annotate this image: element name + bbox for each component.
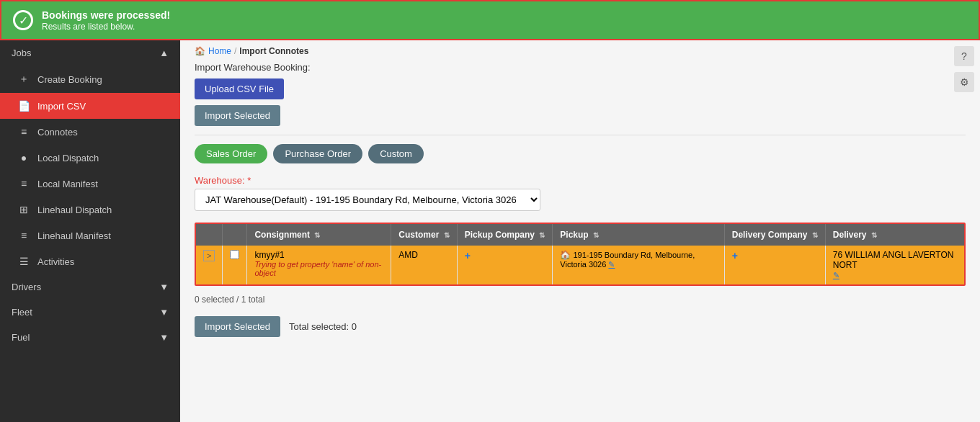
warehouse-row: Warehouse: * JAT Warehouse(Default) - 19… xyxy=(195,175,966,211)
banner-subtitle: Results are listed below. xyxy=(42,22,135,32)
local-dispatch-label: Local Dispatch xyxy=(37,153,99,163)
connotes-label: Connotes xyxy=(37,127,78,138)
col-checkbox xyxy=(223,224,247,246)
settings-button[interactable]: ⚙ xyxy=(954,72,974,92)
cell-pickup: 🏠 191-195 Boundary Rd, Melbourne, Victor… xyxy=(553,246,724,284)
sidebar-item-local-dispatch[interactable]: ● Local Dispatch xyxy=(0,145,180,171)
cell-delivery-company[interactable]: + xyxy=(724,246,825,284)
fuel-label: Fuel xyxy=(12,332,30,343)
help-button[interactable]: ? xyxy=(954,46,974,66)
delivery-company-add-icon[interactable]: + xyxy=(732,250,738,261)
sidebar-item-linehaul-manifest[interactable]: ≡ Linehaul Manifest xyxy=(0,223,180,248)
pickup-home-icon: 🏠 xyxy=(560,250,571,260)
sort-customer-icon: ⇅ xyxy=(444,231,450,239)
cell-delivery: 76 WILLIAM ANGL LAVERTON NORT ✎ xyxy=(825,246,964,284)
breadcrumb-home[interactable]: Home xyxy=(208,46,231,56)
import-csv-label: Import CSV xyxy=(37,101,86,112)
col-expand xyxy=(196,224,223,246)
list-icon: ≡ xyxy=(17,126,30,138)
bookings-table: Consignment ⇅ Customer ⇅ Pickup Company … xyxy=(196,224,964,284)
sidebar-item-local-manifest[interactable]: ≡ Local Manifest xyxy=(0,171,180,197)
breadcrumb: 🏠 Home / Import Connotes xyxy=(180,40,980,62)
sidebar-fleet-header[interactable]: Fleet ▼ xyxy=(0,300,180,325)
import-selected-bottom-button[interactable]: Import Selected xyxy=(195,316,280,337)
total-selected-label: Total selected: 0 xyxy=(289,321,357,332)
chevron-up-icon: ▲ xyxy=(159,48,169,58)
filter-tab-purchase-order[interactable]: Purchase Order xyxy=(273,144,362,163)
sort-pickup-icon: ⇅ xyxy=(593,231,599,239)
file-icon: 📄 xyxy=(17,100,30,112)
col-consignment[interactable]: Consignment ⇅ xyxy=(247,224,391,246)
dispatch-icon: ● xyxy=(17,152,30,163)
chevron-down-icon: ▼ xyxy=(159,282,169,292)
col-delivery[interactable]: Delivery ⇅ xyxy=(825,224,964,246)
fleet-label: Fleet xyxy=(12,307,32,318)
linehaul-manifest-label: Linehaul Manifest xyxy=(37,230,111,241)
warehouse-select[interactable]: JAT Warehouse(Default) - 191-195 Boundar… xyxy=(195,189,540,211)
local-manifest-label: Local Manifest xyxy=(37,179,98,189)
sidebar: Jobs ▲ ＋ Create Booking 📄 Import CSV ≡ C… xyxy=(0,40,180,422)
sidebar-fuel-header[interactable]: Fuel ▼ xyxy=(0,325,180,350)
pickup-edit-icon[interactable]: ✎ xyxy=(608,260,615,269)
filter-tabs: Sales Order Purchase Order Custom xyxy=(195,144,966,163)
required-asterisk: * xyxy=(247,175,251,186)
sort-pickup-company-icon: ⇅ xyxy=(539,231,545,239)
upload-csv-button[interactable]: Upload CSV File xyxy=(195,78,284,99)
sort-delivery-icon: ⇅ xyxy=(871,231,877,239)
bookings-table-wrapper: Consignment ⇅ Customer ⇅ Pickup Company … xyxy=(195,223,966,286)
success-banner: ✓ Bookings were processed! Results are l… xyxy=(0,0,980,40)
row-checkbox[interactable] xyxy=(230,250,239,259)
drivers-label: Drivers xyxy=(12,282,41,292)
banner-text: Bookings were processed! Results are lis… xyxy=(42,9,170,32)
filter-tab-sales-order[interactable]: Sales Order xyxy=(195,144,267,163)
sort-delivery-company-icon: ⇅ xyxy=(812,231,818,239)
col-delivery-company[interactable]: Delivery Company ⇅ xyxy=(724,224,825,246)
sort-consignment-icon: ⇅ xyxy=(314,231,320,239)
sidebar-item-activities[interactable]: ☰ Activities xyxy=(0,248,180,274)
right-icons: ? ⚙ xyxy=(948,40,980,98)
home-icon: 🏠 xyxy=(195,46,205,56)
banner-title: Bookings were processed! xyxy=(42,9,170,21)
activities-label: Activities xyxy=(37,256,74,267)
cell-expand[interactable]: > xyxy=(196,246,223,284)
col-pickup[interactable]: Pickup ⇅ xyxy=(553,224,724,246)
cell-checkbox[interactable] xyxy=(223,246,247,284)
pickup-company-add-icon[interactable]: + xyxy=(465,250,471,261)
delivery-address: 76 WILLIAM ANGL LAVERTON NORT xyxy=(833,250,957,270)
import-selected-top-button[interactable]: Import Selected xyxy=(195,105,280,126)
sidebar-item-create-booking[interactable]: ＋ Create Booking xyxy=(0,66,180,93)
cell-pickup-company[interactable]: + xyxy=(457,246,553,284)
sidebar-item-connotes[interactable]: ≡ Connotes xyxy=(0,119,180,145)
filter-tab-custom[interactable]: Custom xyxy=(368,144,424,163)
table-row: > kmyy#1 Trying to get property 'name' o… xyxy=(196,246,964,284)
cell-consignment: kmyy#1 Trying to get property 'name' of … xyxy=(247,246,391,284)
pickup-address: 191-195 Boundary Rd, Melbourne, Victoria… xyxy=(560,251,695,269)
sidebar-jobs-label: Jobs xyxy=(12,48,31,58)
col-pickup-company[interactable]: Pickup Company ⇅ xyxy=(457,224,553,246)
linehaul-manifest-icon: ≡ xyxy=(17,230,30,241)
activities-icon: ☰ xyxy=(17,256,30,267)
create-booking-label: Create Booking xyxy=(37,74,102,85)
expand-button[interactable]: > xyxy=(203,250,215,261)
upload-row: Upload CSV File xyxy=(195,78,966,99)
sidebar-jobs-header[interactable]: Jobs ▲ xyxy=(0,40,180,66)
sidebar-drivers-header[interactable]: Drivers ▼ xyxy=(0,274,180,300)
sidebar-item-import-csv[interactable]: 📄 Import CSV xyxy=(0,93,180,119)
chevron-down-icon-3: ▼ xyxy=(159,332,169,343)
warehouse-label: Warehouse: * xyxy=(195,175,966,186)
chevron-down-icon-2: ▼ xyxy=(159,307,169,318)
table-footer: 0 selected / 1 total xyxy=(195,292,966,310)
selection-status: 0 selected / 1 total xyxy=(195,295,264,305)
import-warehouse-label: Import Warehouse Booking: xyxy=(195,62,966,73)
plus-icon: ＋ xyxy=(17,73,30,86)
linehaul-dispatch-label: Linehaul Dispatch xyxy=(37,205,112,215)
consignment-error: Trying to get property 'name' of non-obj… xyxy=(254,260,383,277)
main-content: ? ⚙ 🏠 Home / Import Connotes Import Ware… xyxy=(180,40,980,422)
import-footer: Import Selected Total selected: 0 xyxy=(195,310,966,343)
delivery-edit-icon[interactable]: ✎ xyxy=(833,271,839,279)
breadcrumb-current: Import Connotes xyxy=(239,46,308,56)
cell-customer: AMD xyxy=(391,246,457,284)
col-customer[interactable]: Customer ⇅ xyxy=(391,224,457,246)
sidebar-item-linehaul-dispatch[interactable]: ⊞ Linehaul Dispatch xyxy=(0,197,180,223)
linehaul-dispatch-icon: ⊞ xyxy=(17,204,30,215)
